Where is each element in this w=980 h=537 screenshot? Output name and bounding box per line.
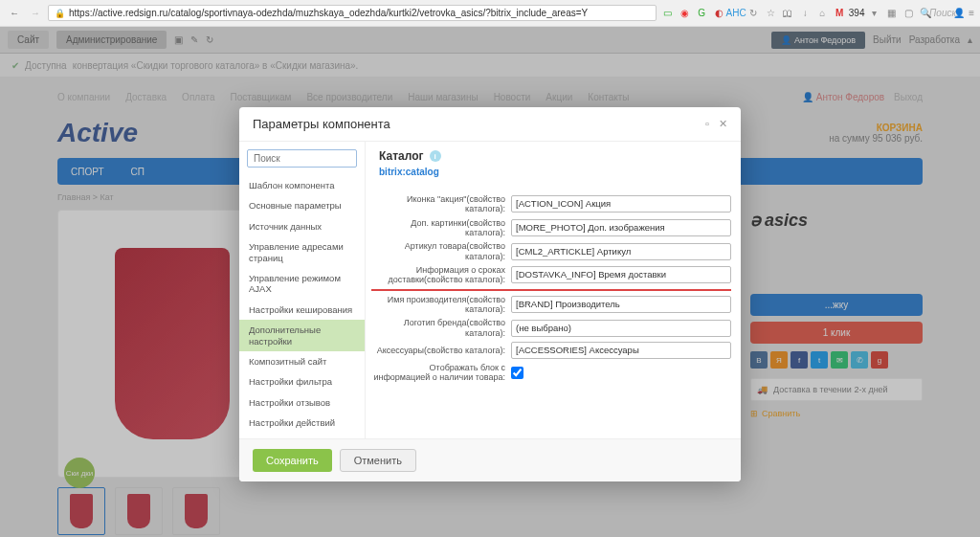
sidebar-item[interactable]: Дополнительные настройки bbox=[239, 320, 365, 351]
modal-expand-icon[interactable]: ▫ bbox=[705, 118, 709, 130]
param-row: Информация о сроках доставки(свойство ка… bbox=[371, 265, 731, 291]
reload-icon[interactable]: ↻ bbox=[746, 7, 760, 20]
param-label: Имя производителя(свойство каталога): bbox=[371, 295, 505, 315]
lock-icon: 🔒 bbox=[55, 9, 65, 18]
param-select[interactable]: [ACCESSORIES] Аксессуары bbox=[511, 342, 731, 359]
param-select[interactable]: (не выбрано) bbox=[511, 320, 731, 337]
sidebar-item[interactable]: Основные параметры bbox=[239, 195, 365, 215]
bookmark-icon[interactable]: 🕮 bbox=[781, 7, 794, 20]
param-row: Артикул товара(свойство каталога):[CML2_… bbox=[371, 241, 731, 261]
modal-header: Параметры компонента ▫ ✕ bbox=[239, 107, 741, 142]
param-row: Отображать блок с информацией о наличии … bbox=[371, 363, 731, 383]
param-label: Артикул товара(свойство каталога): bbox=[371, 241, 505, 261]
extension-icons: ▭ ◉ G ◐ AHC ↻ ☆ 🕮 ↓ ⌂ M 394 ▾ ▦ ▢ 🔍 Поис… bbox=[660, 7, 949, 20]
component-params-modal: Параметры компонента ▫ ✕ Шаблон компонен… bbox=[239, 107, 741, 481]
param-select[interactable]: [MORE_PHOTO] Доп. изображения bbox=[511, 219, 731, 236]
param-label: Иконка "акция"(свойство каталога): bbox=[371, 194, 505, 214]
param-label: Доп. картинки(свойство каталога): bbox=[371, 218, 505, 238]
component-title: Каталог bbox=[379, 149, 424, 163]
forward-button[interactable]: → bbox=[27, 5, 44, 22]
app-icon[interactable]: ▢ bbox=[902, 7, 915, 20]
sidebar-item[interactable]: Управление адресами страниц bbox=[239, 236, 365, 268]
menu-icon[interactable]: ≡ bbox=[969, 8, 974, 18]
home-icon[interactable]: ⌂ bbox=[815, 7, 829, 20]
ext-icon[interactable]: ◉ bbox=[678, 7, 691, 20]
sidebar-item[interactable]: Настройки фильтра bbox=[239, 371, 365, 392]
modal-footer: Сохранить Отменить bbox=[239, 438, 741, 481]
param-row: Иконка "акция"(свойство каталога):[ACTIO… bbox=[371, 194, 731, 214]
param-label: Аксессуары(свойство каталога): bbox=[371, 346, 505, 355]
modal-close-icon[interactable]: ✕ bbox=[719, 118, 727, 130]
info-icon[interactable]: i bbox=[430, 150, 441, 162]
param-label: Отображать блок с информацией о наличии … bbox=[371, 363, 505, 383]
modal-overlay: Параметры компонента ▫ ✕ Шаблон компонен… bbox=[0, 27, 980, 537]
param-select[interactable]: [CML2_ARTICKLE] Артикул bbox=[511, 243, 731, 260]
component-code: bitrix:catalog bbox=[366, 167, 741, 185]
ext-icon[interactable]: AHC bbox=[729, 7, 743, 20]
sidebar-item[interactable]: Шаблон компонента bbox=[239, 175, 365, 195]
param-row: Логотип бренда(свойство каталога):(не вы… bbox=[371, 318, 731, 338]
params-list: Иконка "акция"(свойство каталога):[ACTIO… bbox=[366, 185, 741, 438]
mail-badge: 394 bbox=[850, 7, 863, 20]
url-text: https://active.redsign.ru/catalog/sporti… bbox=[69, 8, 588, 18]
param-label: Логотип бренда(свойство каталога): bbox=[371, 318, 505, 338]
param-select[interactable]: [DOSTAVKA_INFO] Время доставки bbox=[511, 266, 731, 283]
sidebar-item[interactable]: Настройки кеширования bbox=[239, 300, 365, 320]
sidebar-item[interactable]: Композитный сайт bbox=[239, 351, 365, 371]
app-icon[interactable]: ▦ bbox=[884, 7, 898, 20]
param-row: Имя производителя(свойство каталога):[BR… bbox=[371, 295, 731, 315]
sidebar-item[interactable]: Настройки отзывов bbox=[239, 392, 365, 413]
ext-icon[interactable]: ▭ bbox=[660, 7, 674, 20]
sidebar-search-input[interactable] bbox=[247, 149, 357, 168]
profile-icon[interactable]: 👤 bbox=[953, 8, 965, 18]
save-button[interactable]: Сохранить bbox=[253, 449, 332, 472]
param-select[interactable]: [ACTION_ICON] Акция bbox=[511, 195, 731, 213]
param-row: Аксессуары(свойство каталога):[ACCESSORI… bbox=[371, 342, 731, 359]
modal-title: Параметры компонента bbox=[253, 117, 390, 131]
url-bar[interactable]: 🔒 https://active.redsign.ru/catalog/spor… bbox=[48, 5, 657, 21]
search-ph: Поиск bbox=[936, 7, 949, 20]
download-icon[interactable]: ↓ bbox=[798, 7, 812, 20]
back-button[interactable]: ← bbox=[6, 5, 23, 22]
gmail-icon[interactable]: M bbox=[833, 7, 846, 20]
sidebar-item[interactable]: Настройки действий bbox=[239, 413, 365, 433]
ext-icon[interactable]: ◐ bbox=[712, 7, 725, 20]
modal-sidebar: Шаблон компонентаОсновные параметрыИсточ… bbox=[239, 142, 366, 438]
ext-icon[interactable]: G bbox=[695, 7, 708, 20]
sidebar-item[interactable]: Управление режимом AJAX bbox=[239, 268, 365, 300]
star-icon[interactable]: ☆ bbox=[764, 7, 777, 20]
param-label: Информация о сроках доставки(свойство ка… bbox=[371, 265, 505, 285]
browser-toolbar: ← → 🔒 https://active.redsign.ru/catalog/… bbox=[0, 0, 980, 27]
cancel-button[interactable]: Отменить bbox=[340, 449, 416, 472]
sidebar-item[interactable]: Источник данных bbox=[239, 216, 365, 236]
param-row: Доп. картинки(свойство каталога):[MORE_P… bbox=[371, 218, 731, 238]
param-select[interactable]: [BRAND] Производитель bbox=[511, 296, 731, 313]
param-checkbox[interactable] bbox=[511, 367, 523, 379]
